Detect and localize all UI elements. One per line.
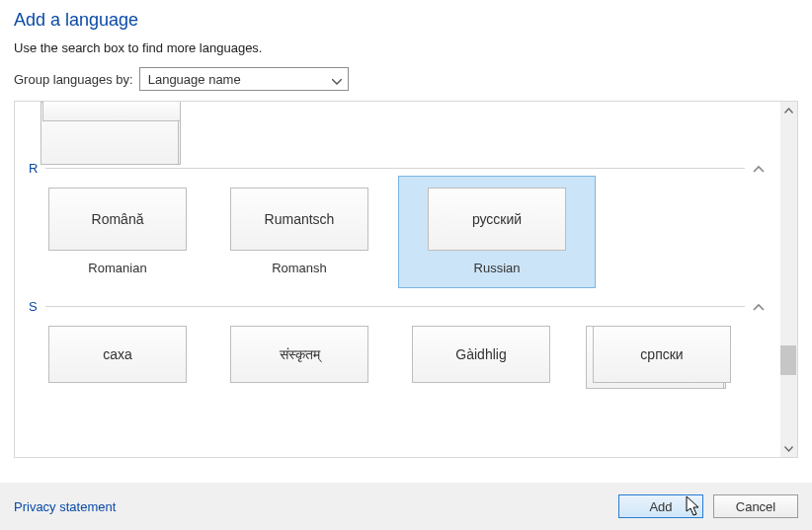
language-english-romansh: Romansh <box>272 261 327 275</box>
language-tile-sanskrit[interactable]: संस्कृतम् <box>220 326 378 383</box>
chevron-down-icon <box>332 73 342 88</box>
language-native-romanian: Română <box>92 211 144 227</box>
group-by-select[interactable]: Language name <box>139 67 349 91</box>
section-letter-r: R <box>29 161 38 176</box>
language-native-sakha: саха <box>103 346 131 362</box>
cancel-button-label: Cancel <box>736 499 775 514</box>
scroll-thumb[interactable] <box>780 345 796 375</box>
scroll-track[interactable] <box>780 118 797 440</box>
collapse-section-s[interactable] <box>753 299 765 314</box>
section-heading-s: S <box>29 299 771 314</box>
language-list: Quechua R Română Romanian Rumantsch Roma… <box>14 101 798 458</box>
privacy-link[interactable]: Privacy statement <box>14 499 116 514</box>
scroll-down-button[interactable] <box>780 440 797 457</box>
scroll-up-button[interactable] <box>780 102 797 118</box>
cancel-button[interactable]: Cancel <box>713 494 798 518</box>
language-tile-russian[interactable]: русский Russian <box>402 188 592 275</box>
language-native-scottish-gaelic: Gàidhlig <box>455 346 506 362</box>
language-english-romanian: Romanian <box>88 261 146 275</box>
language-tile-serbian[interactable]: српски <box>584 326 742 383</box>
divider <box>45 168 745 169</box>
page-title: Add a language <box>14 10 798 31</box>
scrollbar[interactable] <box>780 102 797 457</box>
hint-text: Use the search box to find more language… <box>14 40 798 55</box>
divider <box>45 306 745 307</box>
group-by-label: Group languages by: <box>14 72 133 87</box>
section-letter-s: S <box>29 299 38 314</box>
language-tile-romanian[interactable]: Română Romanian <box>39 188 197 275</box>
language-native-serbian: српски <box>640 346 683 362</box>
add-button-label: Add <box>649 499 672 514</box>
language-tile-sakha[interactable]: саха <box>39 326 197 383</box>
collapse-section-r[interactable] <box>753 161 765 176</box>
language-native-sanskrit: संस्कृतम् <box>280 346 320 363</box>
add-button[interactable]: Add <box>618 494 703 518</box>
language-tile-romansh[interactable]: Rumantsch Romansh <box>220 188 378 275</box>
language-native-russian: русский <box>472 211 522 227</box>
group-by-selected-value: Language name <box>148 72 241 87</box>
language-tile-quechua[interactable]: Quechua <box>39 102 187 142</box>
language-tile-scottish-gaelic[interactable]: Gàidhlig <box>402 326 560 383</box>
language-english-russian: Russian <box>474 261 521 275</box>
footer: Privacy statement Add Cancel <box>0 483 812 530</box>
language-native-romansh: Rumantsch <box>265 211 335 227</box>
